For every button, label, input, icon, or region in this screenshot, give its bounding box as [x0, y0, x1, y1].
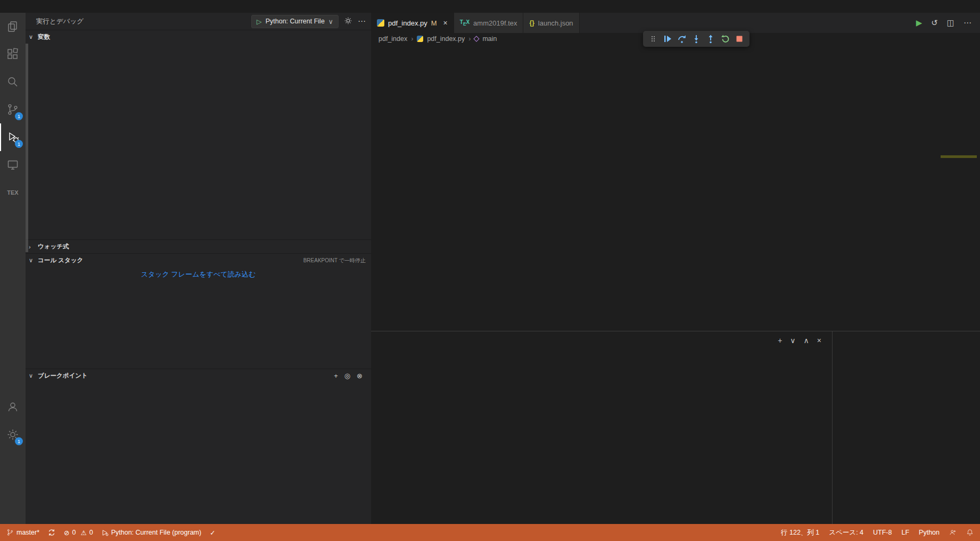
new-terminal-icon[interactable]: +	[778, 336, 782, 345]
settings-gear-icon[interactable]: 1	[0, 421, 26, 448]
terminal-output[interactable]	[371, 349, 832, 524]
section-chevron-icon: ∨	[29, 257, 35, 264]
watch-section-header[interactable]: › ウォッチ式	[26, 239, 371, 253]
language-mode-item[interactable]: Python	[919, 529, 940, 536]
step-into-icon[interactable]	[690, 32, 703, 45]
python-file-icon	[417, 36, 423, 42]
tab-pdf-index-py[interactable]: pdf_index.py M ×	[371, 13, 454, 33]
extensions-icon[interactable]	[0, 40, 26, 68]
feedback-icon[interactable]	[949, 529, 957, 536]
debug-config-label: Python: Current File	[266, 18, 325, 25]
code-editor[interactable]	[371, 45, 980, 331]
chevron-right-icon: ›	[468, 35, 471, 43]
encoding-item[interactable]: UTF-8	[873, 529, 892, 536]
run-python-file-icon[interactable]: ▶	[916, 18, 923, 28]
lint-status-icon: ✓	[210, 529, 215, 537]
variables-section-header[interactable]: ∨ 変数	[26, 30, 371, 44]
debug-settings-gear-icon[interactable]	[344, 16, 352, 27]
start-debug-icon[interactable]: ▷	[257, 18, 262, 26]
editor-tab-bar: pdf_index.py M × TEX amm2019f.tex {} lau…	[371, 13, 980, 33]
continue-icon[interactable]	[661, 32, 674, 45]
menu-bar	[0, 0, 980, 13]
debug-config-dropdown[interactable]: ▷ Python: Current File ∨	[251, 15, 339, 28]
tab-label: pdf_index.py	[388, 19, 427, 27]
variables-list	[26, 44, 371, 239]
restart-icon[interactable]	[719, 32, 731, 45]
account-icon[interactable]	[0, 393, 26, 421]
status-bar: master* ⊘0 ⚠0 Python: Current File (prog…	[0, 524, 980, 541]
debug-badge: 1	[15, 140, 23, 148]
remote-explorer-icon[interactable]	[0, 151, 26, 179]
breadcrumb-symbol[interactable]: main	[482, 35, 497, 43]
run-and-debug-icon[interactable]: 1	[0, 123, 26, 151]
modified-badge: M	[431, 19, 437, 27]
watch-header-label: ウォッチ式	[38, 243, 69, 251]
callstack-section-header[interactable]: ∨ コール スタック BREAKPOINT で一時停止	[26, 253, 371, 267]
scm-badge: 1	[15, 112, 23, 120]
sidebar-scrollbar[interactable]	[26, 44, 28, 252]
cursor-position-item[interactable]: 行 122、列 1	[781, 528, 819, 537]
settings-badge: 1	[15, 437, 23, 445]
eol-item[interactable]: LF	[901, 529, 909, 536]
breakpoints-section-header[interactable]: ∨ ブレークポイント + ◎ ⊗	[26, 369, 371, 382]
notifications-bell-icon[interactable]	[966, 529, 974, 536]
explorer-icon[interactable]	[0, 13, 26, 40]
timeline-history-icon[interactable]: ↺	[931, 18, 938, 28]
warning-icon: ⚠	[81, 529, 87, 537]
breadcrumb-file[interactable]: pdf_index.py	[427, 35, 465, 43]
close-panel-icon[interactable]: ×	[817, 336, 821, 345]
section-chevron-icon: ›	[29, 244, 35, 250]
callstack-header-label: コール スタック	[38, 256, 83, 264]
breakpoints-header-label: ブレークポイント	[38, 372, 88, 380]
tab-label: launch.json	[538, 19, 573, 27]
minimap[interactable]	[941, 46, 977, 329]
load-all-stack-frames-link[interactable]: スタック フレームをすべて読み込む	[26, 267, 371, 282]
maximize-panel-icon[interactable]: ∧	[804, 336, 809, 345]
sidebar-title: 実行とデバッグ	[36, 17, 84, 26]
step-over-icon[interactable]	[676, 32, 688, 45]
section-chevron-icon: ∨	[29, 372, 35, 379]
python-file-icon	[377, 19, 384, 27]
step-out-icon[interactable]	[704, 32, 717, 45]
remove-all-breakpoints-icon[interactable]: ⊗	[357, 372, 363, 380]
tab-amm2019f-tex[interactable]: TEX amm2019f.tex	[454, 13, 524, 33]
chevron-right-icon: ›	[411, 35, 413, 43]
tex-file-icon: TEX	[460, 19, 470, 27]
latex-workshop-icon[interactable]: TEX	[0, 179, 26, 206]
debug-sidebar: 実行とデバッグ ▷ Python: Current File ∨ ⋯ ∨ 変数 …	[26, 13, 371, 524]
toggle-breakpoints-icon[interactable]: ◎	[344, 372, 350, 380]
add-function-breakpoint-icon[interactable]: +	[334, 372, 338, 380]
source-control-icon[interactable]: 1	[0, 96, 26, 123]
terminal-dropdown-icon[interactable]: ∨	[790, 336, 795, 345]
activity-bar: 1 1 TEX 1	[0, 13, 26, 524]
more-actions-icon[interactable]: ⋯	[963, 18, 971, 28]
sync-changes-icon[interactable]	[48, 529, 55, 536]
split-editor-icon[interactable]: ◫	[947, 18, 954, 28]
editor-zone: pdf_index.py M × TEX amm2019f.tex {} lau…	[371, 13, 980, 524]
close-icon[interactable]: ×	[443, 19, 448, 27]
stop-icon[interactable]	[733, 32, 746, 45]
debug-toolbar	[643, 31, 750, 47]
problems-item[interactable]: ⊘0 ⚠0	[64, 529, 93, 537]
error-icon: ⊘	[64, 529, 69, 537]
indentation-item[interactable]: スペース: 4	[829, 528, 863, 537]
tab-launch-json[interactable]: {} launch.json	[523, 13, 579, 33]
section-chevron-icon: ∨	[29, 34, 35, 40]
json-file-icon: {}	[529, 19, 534, 27]
tab-label: amm2019f.tex	[473, 19, 517, 27]
paused-on-breakpoint-note: BREAKPOINT で一時停止	[303, 257, 366, 264]
symbol-icon	[474, 36, 480, 41]
variables-header-label: 変数	[38, 33, 50, 41]
toolbar-drag-handle[interactable]	[647, 32, 660, 45]
bottom-panel: + ∨ ∧ ×	[371, 331, 980, 524]
more-actions-icon[interactable]: ⋯	[358, 16, 366, 26]
panel-tab-bar: + ∨ ∧ ×	[371, 331, 832, 349]
search-icon[interactable]	[0, 68, 26, 96]
chevron-down-icon: ∨	[328, 18, 333, 26]
breadcrumb-root[interactable]: pdf_index	[378, 35, 407, 43]
debug-session-item[interactable]: Python: Current File (program)	[102, 529, 202, 536]
terminal-list	[832, 331, 980, 524]
git-branch-item[interactable]: master*	[6, 529, 39, 536]
